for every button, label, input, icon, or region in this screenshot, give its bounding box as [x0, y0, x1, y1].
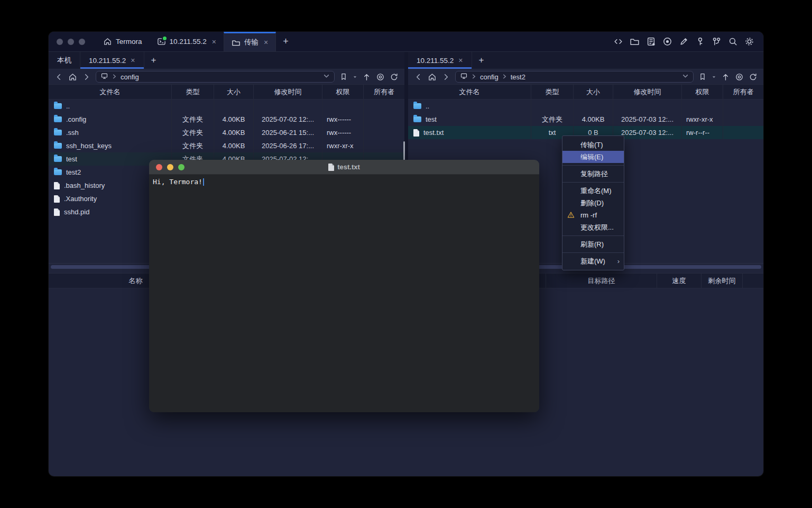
show-hidden-files-icon[interactable] — [735, 72, 744, 81]
column-header-modified[interactable]: 修改时间 — [254, 85, 322, 99]
maximize-window-button[interactable] — [79, 39, 85, 45]
file-name: .ssh — [66, 129, 79, 137]
menu-item-copy-path[interactable]: 复制路径 — [562, 168, 624, 180]
folder-icon[interactable] — [630, 37, 640, 47]
file-row[interactable]: ssh_host_keys 文件夹 4.00KB 2025-06-26 17:.… — [49, 139, 404, 152]
chevron-right-icon — [471, 73, 477, 81]
key-icon[interactable] — [695, 37, 705, 47]
chevron-right-icon — [502, 73, 508, 81]
log-icon[interactable] — [646, 37, 656, 47]
add-panel-tab-button[interactable]: + — [472, 52, 491, 69]
folder-icon — [54, 156, 62, 162]
column-header-perm[interactable]: 权限 — [682, 85, 723, 99]
menu-item-rm-rf[interactable]: rm -rf — [562, 209, 624, 221]
menu-item-chmod[interactable]: 更改权限... — [562, 221, 624, 233]
folder-icon — [54, 130, 62, 135]
window-controls[interactable] — [49, 32, 96, 51]
upload-icon[interactable] — [721, 72, 730, 81]
home-icon[interactable] — [68, 72, 77, 81]
column-header-speed[interactable]: 速度 — [657, 274, 702, 288]
close-window-button[interactable] — [156, 164, 162, 170]
left-table-header: 文件名 类型 大小 修改时间 权限 所有者 — [49, 85, 404, 99]
menu-item-rename[interactable]: 重命名(M) — [562, 185, 624, 197]
breadcrumb-segment[interactable]: test2 — [511, 73, 525, 81]
menu-item-new[interactable]: 新建(W) › — [562, 255, 624, 267]
bookmark-caret-icon[interactable] — [712, 75, 716, 79]
keychain-icon[interactable] — [712, 37, 722, 47]
editor-content[interactable]: Hi, Termora! — [149, 175, 539, 412]
minimize-window-button[interactable] — [68, 39, 74, 45]
chevron-down-icon[interactable] — [323, 72, 330, 81]
new-tab-button[interactable]: + — [276, 32, 296, 51]
left-path-input[interactable]: config — [96, 71, 335, 83]
tab-termora-home[interactable]: Termora — [96, 32, 150, 51]
home-icon[interactable] — [428, 72, 437, 81]
right-path-input[interactable]: config test2 — [455, 71, 694, 83]
column-header-size[interactable]: 大小 — [214, 85, 254, 99]
maximize-window-button[interactable] — [178, 164, 184, 170]
menu-item-delete[interactable]: 删除(D) — [562, 197, 624, 209]
settings-gear-icon[interactable] — [744, 37, 754, 47]
column-header-owner[interactable]: 所有者 — [364, 85, 404, 99]
file-icon — [54, 195, 60, 203]
edit-icon[interactable] — [679, 37, 689, 47]
record-icon[interactable] — [662, 37, 672, 47]
close-window-button[interactable] — [57, 39, 63, 45]
home-icon — [103, 37, 112, 46]
column-header-size[interactable]: 大小 — [574, 85, 613, 99]
bookmark-caret-icon[interactable] — [353, 75, 357, 79]
file-row[interactable]: .ssh 文件夹 4.00KB 2025-06-21 15:... rwx---… — [49, 126, 404, 139]
close-tab-icon[interactable]: × — [458, 57, 463, 64]
forward-icon[interactable] — [441, 72, 450, 81]
file-name: test2 — [66, 168, 81, 176]
column-header-modified[interactable]: 修改时间 — [613, 85, 682, 99]
tab-remote-session[interactable]: 10.211.55.2 × — [80, 52, 144, 69]
warning-icon — [567, 211, 575, 220]
close-tab-icon[interactable]: × — [131, 57, 135, 64]
column-header-remaining[interactable]: 剩余时间 — [702, 274, 743, 288]
close-tab-icon[interactable]: × — [264, 39, 268, 46]
bookmark-icon[interactable] — [339, 72, 348, 81]
file-row[interactable]: test 文件夹 4.00KB 2025-07-03 12:... rwxr-x… — [408, 113, 763, 126]
file-size: 4.00KB — [214, 113, 254, 126]
refresh-icon[interactable] — [390, 72, 399, 81]
editor-window-controls[interactable] — [149, 164, 184, 170]
bookmark-icon[interactable] — [698, 72, 707, 81]
file-row[interactable]: .. — [408, 99, 763, 113]
back-icon[interactable] — [54, 72, 63, 81]
column-header-name[interactable]: 文件名 — [408, 85, 531, 99]
column-header-owner[interactable]: 所有者 — [723, 85, 763, 99]
file-type: 文件夹 — [531, 113, 574, 126]
breadcrumb-segment[interactable]: config — [121, 73, 139, 81]
menu-item-refresh[interactable]: 刷新(R) — [562, 238, 624, 250]
refresh-icon[interactable] — [749, 72, 758, 81]
tab-ssh-session[interactable]: 10.211.55.2 × — [150, 32, 224, 51]
column-header-target-path[interactable]: 目标路径 — [546, 274, 657, 288]
show-hidden-files-icon[interactable] — [376, 72, 385, 81]
column-header-type[interactable]: 类型 — [531, 85, 574, 99]
editor-titlebar[interactable]: test.txt — [149, 160, 539, 175]
tab-remote-session[interactable]: 10.211.55.2 × — [408, 52, 472, 69]
column-header-type[interactable]: 类型 — [172, 85, 214, 99]
file-name: sshd.pid — [64, 208, 89, 216]
menu-item-transfer[interactable]: 传输(T) — [562, 139, 624, 151]
code-snippets-icon[interactable] — [613, 37, 623, 47]
upload-icon[interactable] — [362, 72, 371, 81]
back-icon[interactable] — [414, 72, 423, 81]
file-row[interactable]: .config 文件夹 4.00KB 2025-07-02 12:... rwx… — [49, 113, 404, 126]
menu-item-edit[interactable]: 编辑(E) — [562, 151, 624, 163]
forward-icon[interactable] — [82, 72, 91, 81]
breadcrumb-segment[interactable]: config — [480, 73, 499, 81]
minimize-window-button[interactable] — [167, 164, 173, 170]
column-header-perm[interactable]: 权限 — [322, 85, 364, 99]
file-row[interactable]: .. — [49, 99, 404, 113]
add-panel-tab-button[interactable]: + — [144, 52, 163, 69]
column-header-name[interactable]: 文件名 — [49, 85, 172, 99]
tab-local[interactable]: 本机 — [49, 52, 80, 69]
scrollbar-thumb[interactable] — [403, 141, 405, 160]
close-tab-icon[interactable]: × — [212, 38, 216, 46]
tab-transfer[interactable]: 传输 × — [224, 32, 276, 51]
search-icon[interactable] — [728, 37, 738, 47]
file-modified: 2025-07-03 12:... — [613, 113, 682, 126]
chevron-down-icon[interactable] — [682, 72, 689, 81]
